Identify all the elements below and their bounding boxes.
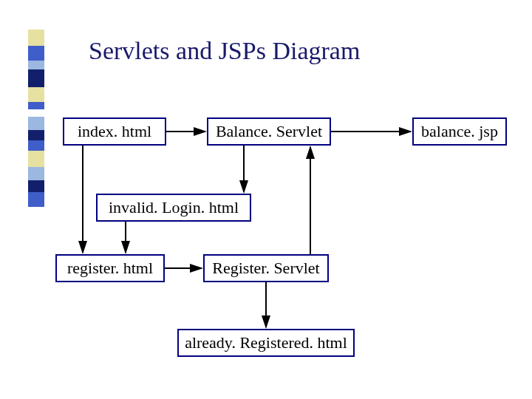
node-balance-servlet: Balance. Servlet <box>207 117 331 146</box>
node-index-html: index. html <box>63 117 166 146</box>
node-balance-jsp: balance. jsp <box>412 117 507 146</box>
node-already-registered: already. Registered. html <box>177 329 355 357</box>
node-register-servlet: Register. Servlet <box>203 254 329 282</box>
node-invalid-login: invalid. Login. html <box>96 194 251 222</box>
node-register-html: register. html <box>55 254 165 282</box>
decor-bar <box>28 30 44 207</box>
page-title: Servlets and JSPs Diagram <box>89 37 360 65</box>
